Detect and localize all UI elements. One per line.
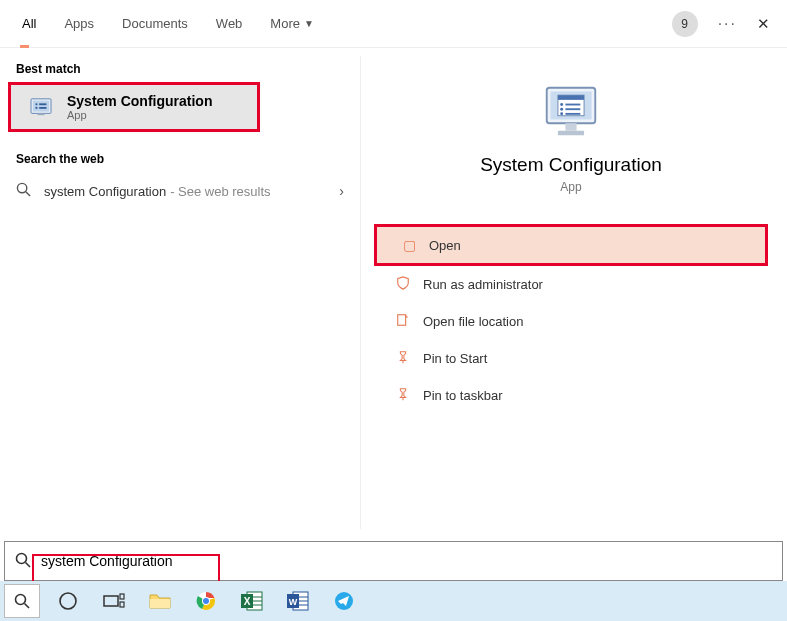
taskbar: X W <box>0 581 787 621</box>
tab-web[interactable]: Web <box>202 0 257 48</box>
detail-app-icon <box>371 84 771 140</box>
best-match-label: Best match <box>0 56 360 82</box>
search-header: All Apps Documents Web More▼ 9 ··· ✕ <box>0 0 787 48</box>
tab-apps[interactable]: Apps <box>50 0 108 48</box>
tab-all[interactable]: All <box>8 0 50 48</box>
svg-point-7 <box>17 183 26 192</box>
svg-rect-20 <box>558 131 584 136</box>
taskbar-search-button[interactable] <box>4 584 40 618</box>
svg-point-26 <box>16 595 26 605</box>
results-column: Best match System Configuration App Sear… <box>0 48 360 535</box>
search-content: Best match System Configuration App Sear… <box>0 48 787 535</box>
svg-rect-12 <box>558 95 584 100</box>
action-pin-start-label: Pin to Start <box>423 351 487 366</box>
search-input[interactable] <box>41 549 782 573</box>
folder-icon <box>389 313 417 330</box>
rewards-badge[interactable]: 9 <box>672 11 698 37</box>
svg-rect-18 <box>565 113 580 115</box>
detail-subtitle: App <box>371 180 771 194</box>
result-system-configuration[interactable]: System Configuration App <box>11 85 257 129</box>
web-result-text: system Configuration <box>44 184 166 199</box>
action-run-admin-label: Run as administrator <box>423 277 543 292</box>
svg-line-25 <box>26 562 31 567</box>
svg-rect-29 <box>104 596 118 606</box>
result-title: System Configuration <box>67 93 212 109</box>
detail-pane: System Configuration App ▢ Open Run as a… <box>360 56 781 529</box>
search-icon <box>5 552 41 571</box>
taskbar-cortana-icon[interactable] <box>50 584 86 618</box>
action-pin-to-taskbar[interactable]: Pin to taskbar <box>371 377 771 414</box>
svg-rect-6 <box>37 113 44 115</box>
web-result-row[interactable]: system Configuration - See web results › <box>0 172 360 210</box>
action-pin-to-start[interactable]: Pin to Start <box>371 340 771 377</box>
svg-point-15 <box>560 108 563 111</box>
svg-point-3 <box>35 107 37 109</box>
taskbar-word-icon[interactable]: W <box>280 584 316 618</box>
svg-rect-5 <box>39 107 46 109</box>
svg-point-24 <box>17 553 27 563</box>
taskbar-file-explorer-icon[interactable] <box>142 584 178 618</box>
svg-rect-30 <box>120 594 124 599</box>
svg-rect-19 <box>565 123 576 130</box>
svg-point-35 <box>203 598 209 604</box>
pin-icon <box>389 387 417 404</box>
shield-icon <box>389 276 417 293</box>
chevron-down-icon: ▼ <box>304 18 314 29</box>
action-open[interactable]: ▢ Open <box>377 227 765 263</box>
svg-point-17 <box>560 112 563 115</box>
taskbar-taskview-icon[interactable] <box>96 584 132 618</box>
svg-rect-21 <box>398 315 406 326</box>
chevron-right-icon: › <box>339 183 344 199</box>
svg-line-27 <box>25 604 30 609</box>
taskbar-telegram-icon[interactable] <box>326 584 362 618</box>
action-run-as-administrator[interactable]: Run as administrator <box>371 266 771 303</box>
open-icon: ▢ <box>395 237 423 253</box>
svg-rect-1 <box>33 101 49 112</box>
pin-icon <box>389 350 417 367</box>
action-open-loc-label: Open file location <box>423 314 523 329</box>
search-icon <box>16 182 34 200</box>
action-pin-taskbar-label: Pin to taskbar <box>423 388 503 403</box>
svg-line-8 <box>26 192 30 196</box>
svg-rect-4 <box>39 103 46 105</box>
result-subtitle: App <box>67 109 212 121</box>
svg-rect-31 <box>120 602 124 607</box>
svg-point-28 <box>60 593 76 609</box>
svg-text:W: W <box>289 597 298 607</box>
more-options-icon[interactable]: ··· <box>718 15 737 33</box>
taskbar-excel-icon[interactable]: X <box>234 584 270 618</box>
action-open-label: Open <box>429 238 461 253</box>
detail-title: System Configuration <box>371 154 771 176</box>
svg-point-13 <box>560 103 563 106</box>
svg-rect-16 <box>565 108 580 110</box>
system-configuration-icon <box>27 93 55 121</box>
web-result-suffix: - See web results <box>170 184 270 199</box>
search-bar[interactable] <box>4 541 783 581</box>
svg-text:X: X <box>244 596 251 607</box>
svg-rect-32 <box>150 599 170 608</box>
svg-rect-14 <box>565 104 580 106</box>
action-open-file-location[interactable]: Open file location <box>371 303 771 340</box>
taskbar-chrome-icon[interactable] <box>188 584 224 618</box>
search-web-label: Search the web <box>0 146 360 172</box>
close-button[interactable]: ✕ <box>747 8 779 40</box>
tab-documents[interactable]: Documents <box>108 0 202 48</box>
tab-more[interactable]: More▼ <box>256 0 328 48</box>
svg-point-2 <box>35 103 37 105</box>
